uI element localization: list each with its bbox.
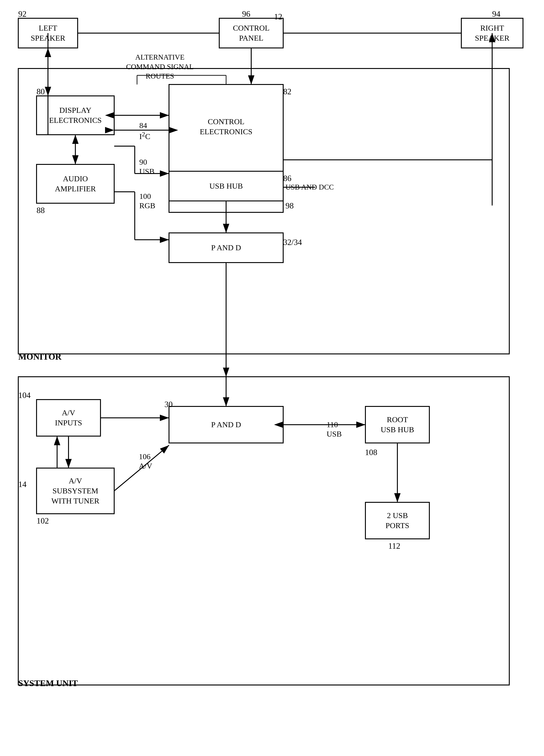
usb-90-label: 90USB: [139, 158, 154, 176]
ref-94: 94: [492, 9, 500, 19]
ref-82: 82: [283, 87, 291, 97]
ref-98: 98: [285, 201, 294, 211]
diagram: 92 LEFTSPEAKER 94 RIGHTSPEAKER 96 12 CON…: [0, 0, 544, 756]
ref-104: 104: [18, 390, 31, 400]
ref-88: 88: [37, 205, 45, 215]
ref-86: 86: [283, 174, 291, 183]
p-and-d-monitor-label: P AND D: [169, 233, 283, 263]
ref-92: 92: [18, 9, 26, 19]
right-speaker-label: RIGHTSPEAKER: [461, 18, 523, 48]
audio-amplifier-label: AUDIOAMPLIFIER: [37, 164, 114, 203]
i2c-label: 84I2C: [139, 121, 150, 141]
usb-110-label: 110USB: [327, 420, 342, 439]
control-panel-label: CONTROLPANEL: [219, 18, 283, 48]
left-speaker-label: LEFTSPEAKER: [18, 18, 78, 48]
p-and-d-system-label: P AND D: [169, 406, 283, 443]
monitor-label: MONITOR: [18, 352, 61, 362]
usb-hub-label: USB HUB: [169, 171, 283, 201]
2-usb-ports-label: 2 USBPORTS: [365, 502, 429, 539]
ref-80: 80: [37, 87, 45, 97]
av-subsystem-label: A/VSUBSYSTEMWITH TUNER: [37, 468, 114, 514]
ref-96: 96: [242, 9, 250, 19]
usb-and-dcc-label: USB AND DCC: [285, 183, 334, 191]
ref-14: 14: [18, 479, 26, 489]
rgb-100-label: 100RGB: [139, 192, 155, 211]
ref-112: 112: [388, 541, 400, 551]
alt-command-label: ALTERNATIVECOMMAND SIGNALROUTES: [114, 53, 206, 81]
av-inputs-label: A/VINPUTS: [37, 400, 100, 436]
display-electronics-label: DISPLAYELECTRONICS: [37, 96, 114, 135]
root-usb-hub-label: ROOTUSB HUB: [365, 406, 429, 443]
av-106-label: 106A/V: [139, 452, 152, 471]
control-electronics-label: CONTROLELECTRONICS: [169, 84, 283, 169]
ref-102: 102: [37, 516, 49, 526]
ref-32-34: 32/34: [283, 237, 302, 247]
system-unit-label: SYSTEM UNIT: [18, 678, 78, 689]
ref-108: 108: [365, 448, 377, 457]
